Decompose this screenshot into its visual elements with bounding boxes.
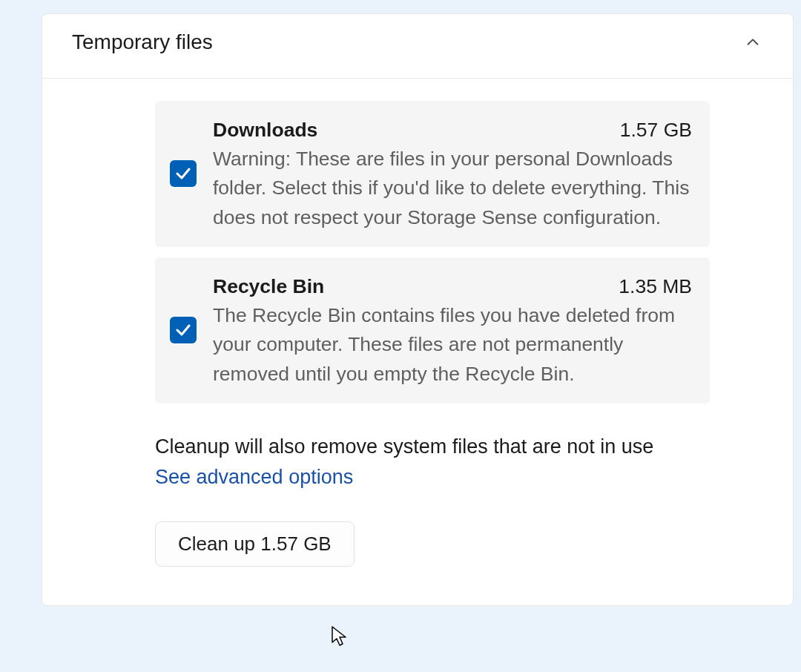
item-text: Recycle Bin 1.35 MB The Recycle Bin cont… — [213, 272, 692, 389]
chevron-up-icon — [742, 32, 763, 53]
file-category-item-recycle-bin: Recycle Bin 1.35 MB The Recycle Bin cont… — [155, 257, 710, 403]
item-description: The Recycle Bin contains files you have … — [213, 301, 692, 389]
panel-title: Temporary files — [72, 30, 213, 54]
file-category-item-downloads: Downloads 1.57 GB Warning: These are fil… — [155, 101, 710, 247]
cleanup-note: Cleanup will also remove system files th… — [155, 432, 710, 462]
item-size: 1.35 MB — [619, 272, 692, 301]
item-description: Warning: These are files in your persona… — [213, 145, 692, 232]
clean-up-button[interactable]: Clean up 1.57 GB — [155, 521, 355, 567]
see-advanced-options-link[interactable]: See advanced options — [155, 466, 353, 489]
temporary-files-panel: Temporary files Downloads 1.57 GB Warnin… — [42, 13, 794, 606]
item-text: Downloads 1.57 GB Warning: These are fil… — [213, 116, 692, 232]
panel-body: Downloads 1.57 GB Warning: These are fil… — [42, 79, 793, 605]
item-size: 1.57 GB — [620, 116, 692, 145]
item-title: Downloads — [213, 116, 317, 145]
checkbox-recycle-bin[interactable] — [170, 317, 197, 343]
checkbox-downloads[interactable] — [170, 160, 197, 187]
panel-header-toggle[interactable]: Temporary files — [42, 14, 793, 79]
item-title: Recycle Bin — [213, 272, 324, 301]
mouse-cursor-icon — [332, 626, 349, 648]
